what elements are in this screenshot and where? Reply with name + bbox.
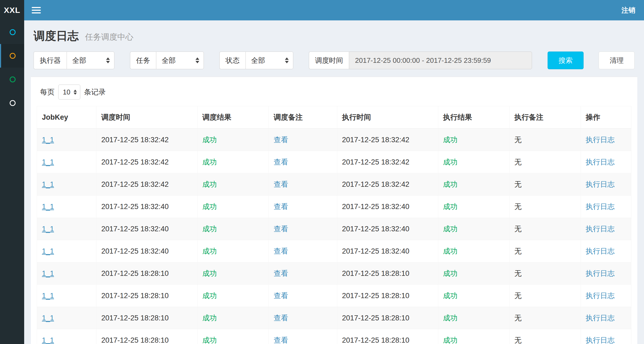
- trigger-msg-cell: 查看: [269, 196, 337, 218]
- handle-time-cell: 2017-12-25 18:28:10: [337, 262, 438, 285]
- handle-time-cell: 2017-12-25 18:28:10: [337, 307, 438, 329]
- content-wrapper: 调度日志 任务调度中心 执行器 全部 任务 全部 状态 全部: [24, 0, 644, 344]
- trigger-result-cell: 成功: [197, 196, 269, 218]
- table-row: 1_1 2017-12-25 18:28:10 成功 查看 2017-12-25…: [37, 262, 631, 285]
- trigger-msg-cell: 查看: [269, 307, 337, 329]
- jobkey-link[interactable]: 1_1: [42, 336, 54, 344]
- column-header-4: 调度备注: [269, 106, 337, 129]
- sidebar-toggle-icon[interactable]: [32, 5, 41, 15]
- jobkey-link[interactable]: 1_1: [42, 225, 54, 233]
- sidebar-menu: [0, 20, 24, 115]
- trigger-result-cell: 成功: [197, 307, 269, 329]
- handle-msg-cell: 无: [509, 196, 581, 218]
- trigger-msg-link[interactable]: 查看: [274, 247, 288, 255]
- job-filter: 任务 全部: [130, 52, 204, 69]
- log-table-header-row: JobKey调度时间调度结果调度备注执行时间执行结果执行备注操作: [37, 106, 631, 129]
- execution-log-link[interactable]: 执行日志: [586, 225, 615, 233]
- jobkey-link[interactable]: 1_1: [42, 292, 54, 300]
- table-row: 1_1 2017-12-25 18:28:10 成功 查看 2017-12-25…: [37, 307, 631, 329]
- jobkey-link[interactable]: 1_1: [42, 136, 54, 144]
- sidebar-item-4[interactable]: [0, 91, 24, 115]
- execution-log-link[interactable]: 执行日志: [586, 269, 615, 277]
- execution-log-link[interactable]: 执行日志: [586, 136, 615, 144]
- jobkey-link[interactable]: 1_1: [42, 247, 54, 255]
- table-row: 1_1 2017-12-25 18:32:42 成功 查看 2017-12-25…: [37, 151, 631, 173]
- handle-result-cell: 成功: [438, 218, 509, 240]
- trigger-msg-link[interactable]: 查看: [274, 180, 288, 188]
- execution-log-link[interactable]: 执行日志: [586, 203, 615, 211]
- jobkey-link[interactable]: 1_1: [42, 314, 54, 322]
- sidebar-item-3[interactable]: [0, 68, 24, 91]
- page-title: 调度日志 任务调度中心: [34, 28, 635, 43]
- sidebar-item-2[interactable]: [0, 44, 24, 68]
- table-row: 1_1 2017-12-25 18:32:42 成功 查看 2017-12-25…: [37, 173, 631, 196]
- jobkey-link[interactable]: 1_1: [42, 180, 54, 188]
- action-cell: 执行日志: [581, 129, 631, 151]
- execution-log-link[interactable]: 执行日志: [586, 180, 615, 188]
- column-header-5: 执行时间: [337, 106, 438, 129]
- jobkey-cell: 1_1: [37, 240, 96, 262]
- trigger-msg-link[interactable]: 查看: [274, 158, 288, 166]
- executor-select[interactable]: 全部: [67, 52, 114, 69]
- app-logo[interactable]: XXL: [0, 0, 24, 20]
- page-length-select[interactable]: 10: [58, 85, 80, 100]
- execution-log-link[interactable]: 执行日志: [586, 314, 615, 322]
- jobkey-link[interactable]: 1_1: [42, 269, 54, 277]
- handle-time-cell: 2017-12-25 18:32:42: [337, 129, 438, 151]
- column-header-7: 执行备注: [509, 106, 581, 129]
- trigger-msg-cell: 查看: [269, 173, 337, 196]
- jobkey-cell: 1_1: [37, 218, 96, 240]
- top-navbar: XXL 注销: [0, 0, 644, 20]
- log-table-box: 每页 10 条记录 JobKey调度时间调度结果调度备注执行时间执行结果执行备注…: [31, 77, 637, 344]
- search-button[interactable]: 搜索: [548, 52, 584, 69]
- trigger-msg-link[interactable]: 查看: [274, 225, 288, 233]
- clear-button[interactable]: 清理: [599, 52, 635, 69]
- sidebar-item-1[interactable]: [0, 20, 24, 44]
- trigger-msg-link[interactable]: 查看: [274, 292, 288, 300]
- trigger-result-cell: 成功: [197, 218, 269, 240]
- trigger-result-cell: 成功: [197, 262, 269, 285]
- sidebar: [0, 20, 24, 344]
- app-logo-text: XXL: [4, 6, 20, 15]
- execution-log-link[interactable]: 执行日志: [586, 158, 615, 166]
- handle-msg-cell: 无: [509, 151, 581, 173]
- column-header-1: JobKey: [37, 106, 96, 129]
- trigger-msg-link[interactable]: 查看: [274, 136, 288, 144]
- jobkey-cell: 1_1: [37, 151, 96, 173]
- trigger-msg-link[interactable]: 查看: [274, 269, 288, 277]
- job-select[interactable]: 全部: [156, 52, 204, 69]
- trigger-msg-link[interactable]: 查看: [274, 314, 288, 322]
- jobkey-cell: 1_1: [37, 307, 96, 329]
- execution-log-link[interactable]: 执行日志: [586, 292, 615, 300]
- jobkey-link[interactable]: 1_1: [42, 203, 54, 211]
- status-select[interactable]: 全部: [245, 52, 293, 69]
- select-arrows-icon: [196, 57, 199, 63]
- trigger-time-cell: 2017-12-25 18:28:10: [96, 307, 197, 329]
- action-cell: 执行日志: [581, 196, 631, 218]
- select-arrows-icon: [74, 90, 77, 95]
- logout-link[interactable]: 注销: [621, 6, 635, 15]
- action-cell: 执行日志: [581, 307, 631, 329]
- status-filter-label: 状态: [219, 52, 245, 69]
- column-header-2: 调度时间: [96, 106, 197, 129]
- execution-log-link[interactable]: 执行日志: [586, 247, 615, 255]
- trigger-result-cell: 成功: [197, 129, 269, 151]
- trigger-time-cell: 2017-12-25 18:28:10: [96, 285, 197, 307]
- jobkey-cell: 1_1: [37, 329, 96, 344]
- status-select-value: 全部: [251, 56, 265, 65]
- trigger-msg-link[interactable]: 查看: [274, 203, 288, 211]
- jobkey-link[interactable]: 1_1: [42, 158, 54, 166]
- trigger-msg-link[interactable]: 查看: [274, 336, 288, 344]
- trigger-time-range-input[interactable]: 2017-12-25 00:00:00 - 2017-12-25 23:59:5…: [349, 52, 532, 69]
- execution-log-link[interactable]: 执行日志: [586, 336, 615, 344]
- trigger-time-cell: 2017-12-25 18:28:10: [96, 329, 197, 344]
- executor-filter-label: 执行器: [34, 52, 67, 69]
- handle-result-cell: 成功: [438, 285, 509, 307]
- trigger-msg-cell: 查看: [269, 218, 337, 240]
- table-row: 1_1 2017-12-25 18:32:42 成功 查看 2017-12-25…: [37, 129, 631, 151]
- trigger-result-cell: 成功: [197, 151, 269, 173]
- handle-result-cell: 成功: [438, 151, 509, 173]
- table-row: 1_1 2017-12-25 18:32:40 成功 查看 2017-12-25…: [37, 240, 631, 262]
- select-arrows-icon: [106, 57, 110, 63]
- dispatch-log-table: JobKey调度时间调度结果调度备注执行时间执行结果执行备注操作 1_1 201…: [37, 106, 631, 344]
